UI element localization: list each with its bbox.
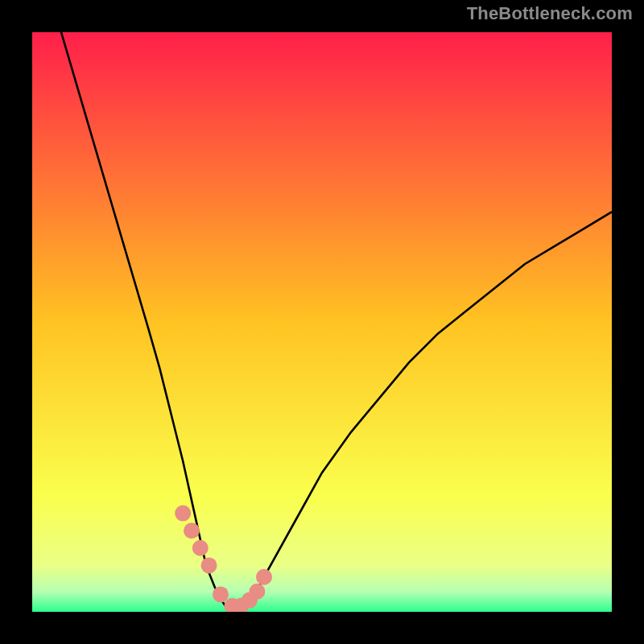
- chart-svg: [32, 32, 612, 612]
- data-marker: [213, 586, 229, 602]
- data-marker: [192, 540, 208, 556]
- data-marker: [201, 557, 217, 573]
- data-marker: [256, 569, 272, 585]
- data-marker: [175, 506, 191, 522]
- plot-area: [32, 32, 612, 612]
- data-marker: [249, 584, 265, 600]
- gradient-background: [32, 32, 612, 612]
- chart-container: TheBottleneck.com: [0, 0, 644, 644]
- data-marker: [184, 522, 200, 539]
- watermark-text: TheBottleneck.com: [467, 3, 633, 24]
